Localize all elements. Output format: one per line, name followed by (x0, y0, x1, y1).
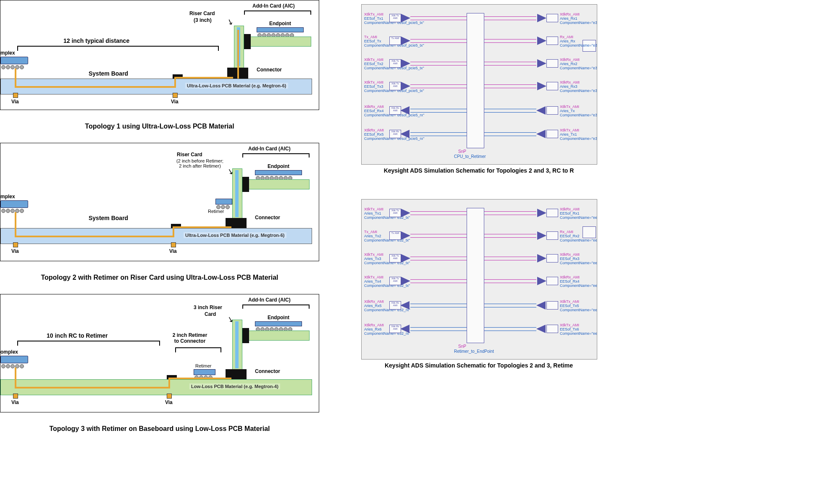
endpoint-balls (256, 175, 293, 178)
snp-block (467, 13, 484, 148)
sysboard-label: System Board (89, 215, 128, 221)
aic-brace (242, 304, 310, 310)
wire (410, 237, 467, 238)
rx-amp-icon: Xtlk Rx AMI (389, 106, 401, 115)
rx-amp-icon (546, 277, 558, 285)
topology-2-box: Add-In Card (AIC) Riser Card (2 inch bef… (0, 143, 319, 261)
wire (410, 211, 467, 212)
wire (484, 237, 536, 238)
wire (484, 260, 536, 260)
schematic-2: SnP Retimer_to_EndPoint XtlkTx_AMIAries_… (361, 199, 597, 360)
amp-triangle-icon (536, 130, 546, 138)
topology-1-caption: Topology 1 using Ultra-Low-Loss PCB Mate… (0, 123, 319, 130)
trace-v1 (15, 68, 16, 88)
amp-triangle-icon (537, 59, 546, 68)
wire (484, 215, 536, 215)
wire (484, 211, 536, 212)
rx-row-label: XtlkTx_AMIAries_TxComponentName="e32 (560, 105, 597, 117)
trace-h (15, 387, 168, 388)
via-1 (13, 394, 18, 399)
amp-triangle-icon (536, 301, 546, 310)
material-label: Ultra-Low-Loss PCB Material (e.g. Megtro… (184, 232, 286, 238)
retimer-chip (215, 199, 232, 205)
wire (484, 283, 536, 283)
snp-name: CPU_to_Retimer (454, 154, 486, 159)
rx-row-label: XtlkTx_AMIEESof_Tx6ComponentName="ee (560, 323, 597, 336)
aic-label: Add-In Card (AIC) (252, 3, 295, 9)
via-label-1: Via (11, 99, 19, 105)
aic-label: Add-In Card (AIC) (248, 297, 291, 303)
wire (410, 283, 467, 283)
trace-v2 (174, 79, 176, 88)
tx-amp-icon (546, 301, 558, 310)
retimer-label: Retimer (208, 209, 224, 214)
rx-amp-icon (546, 231, 558, 240)
wire (410, 304, 467, 304)
via-label-1: Via (11, 399, 19, 405)
amp-triangle-icon (401, 231, 410, 240)
dist1-brace (17, 341, 160, 346)
via-2 (171, 242, 176, 247)
dist2-label: 2 inch Retimer to Connector (163, 332, 217, 344)
rx-amp-icon (546, 37, 558, 45)
distance-label: 12 inch typical distance (63, 37, 129, 44)
retimer-chip (194, 369, 215, 375)
amp-triangle-icon (400, 106, 410, 115)
wire (484, 279, 536, 280)
wire (410, 84, 467, 85)
amp-triangle-icon (537, 82, 546, 90)
wire (410, 62, 467, 62)
rx-row-label: XtlkTx_AMIEESof_Tx5ComponentName="ee (560, 299, 597, 312)
trace-h2 (174, 77, 233, 79)
wire (484, 132, 536, 133)
riser-label: Riser Card (177, 152, 202, 158)
via-1 (13, 242, 18, 247)
trace-h2 (168, 378, 231, 379)
tx-amp-icon: Xtlk Tx AMI (389, 277, 401, 285)
amp-triangle-icon (401, 209, 410, 217)
rx-row-label: XtlkRx_AMIEESof_Rx3ComponentName="ee (560, 252, 597, 265)
rx-row-label: Rx_AMIAries_RxComponentName="e32 (560, 35, 597, 47)
riser-label-2: Card (205, 311, 216, 317)
amp-triangle-icon (401, 254, 410, 262)
wire (410, 307, 467, 307)
tx-amp-icon: Xtlk Tx AMI (389, 59, 401, 68)
wire (410, 327, 467, 328)
wire (410, 16, 467, 17)
amp-triangle-icon (536, 106, 546, 115)
wire (484, 62, 536, 62)
riser-note: (2 inch before Retimer; 2 inch after Ret… (164, 158, 236, 168)
tx-amp-icon (546, 325, 558, 333)
snp-block (467, 208, 484, 343)
left-column: Add-In Card (AIC) Riser Card (3 inch) ↘ … (0, 0, 319, 433)
root-complex-balls (1, 64, 24, 68)
rx-row-label: XtlkRx_AMIAries_Rx1ComponentName="e32 (560, 12, 597, 25)
root-complex-balls (1, 208, 24, 211)
wire (484, 65, 536, 66)
snp-name: Retimer_to_EndPoint (454, 349, 494, 354)
aic-board (247, 37, 311, 47)
sysboard-label: System Board (89, 70, 128, 77)
trace-h (15, 86, 174, 88)
endpoint-balls (256, 326, 293, 330)
endpoint-chip (255, 170, 302, 175)
rx-row-label: XtlkTx_AMIAries_Tx1ComponentName="e32 (560, 128, 597, 141)
trace-v1 (15, 368, 16, 388)
wire (410, 132, 467, 133)
wire (484, 42, 536, 43)
tx-amp-icon: Xtlk Tx AMI (389, 14, 401, 22)
tx-amp-icon (546, 106, 558, 115)
amp-triangle-icon (537, 209, 546, 217)
root-complex-chip (0, 356, 28, 363)
via-label-2: Via (169, 248, 177, 254)
trace-v2 (173, 228, 174, 237)
amp-triangle-icon (401, 82, 410, 90)
rx-row-label: XtlkRx_AMIEESof_Rx4ComponentName="ee (560, 275, 597, 288)
schematic-2-caption: Keysight ADS Simulation Schematic for To… (361, 362, 596, 369)
endpoint-label: Endpoint (268, 315, 289, 320)
rx-amp-icon (546, 254, 558, 262)
wire (484, 109, 536, 109)
riser-inner (235, 170, 239, 217)
topology-1-box: Add-In Card (AIC) Riser Card (3 inch) ↘ … (0, 0, 319, 110)
retimer-balls (216, 204, 230, 207)
